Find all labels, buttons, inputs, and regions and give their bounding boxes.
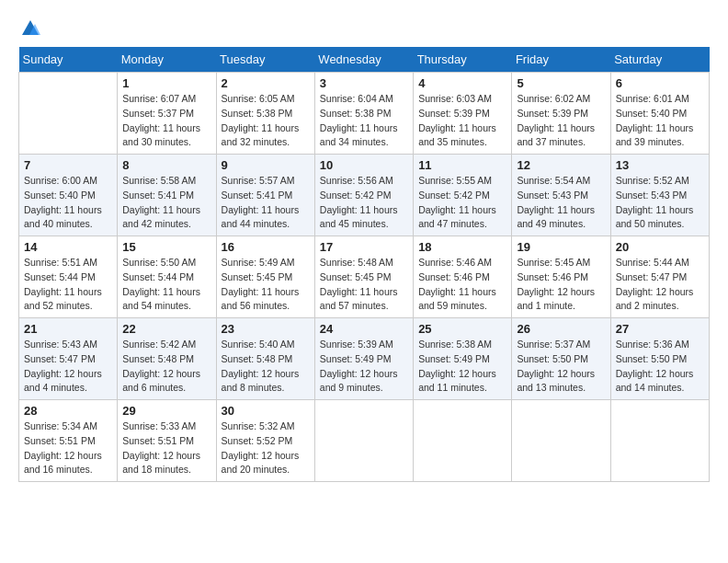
- day-info: Sunrise: 5:57 AMSunset: 5:41 PMDaylight:…: [222, 174, 310, 232]
- day-number: 1: [122, 76, 210, 90]
- day-number: 15: [122, 240, 210, 254]
- day-info: Sunrise: 5:44 AMSunset: 5:47 PMDaylight:…: [616, 256, 704, 314]
- day-cell: 11Sunrise: 5:55 AMSunset: 5:42 PMDayligh…: [414, 155, 512, 236]
- day-cell: [610, 400, 709, 482]
- day-info: Sunrise: 5:56 AMSunset: 5:42 PMDaylight:…: [320, 174, 408, 232]
- day-info: Sunrise: 5:45 AMSunset: 5:46 PMDaylight:…: [517, 256, 605, 314]
- day-info: Sunrise: 6:07 AMSunset: 5:37 PMDaylight:…: [122, 92, 210, 150]
- day-number: 7: [24, 158, 112, 172]
- day-info: Sunrise: 6:02 AMSunset: 5:39 PMDaylight:…: [517, 92, 605, 150]
- day-cell: 8Sunrise: 5:58 AMSunset: 5:41 PMDaylight…: [118, 155, 216, 236]
- day-cell: 7Sunrise: 6:00 AMSunset: 5:40 PMDaylight…: [19, 155, 118, 236]
- day-cell: 22Sunrise: 5:42 AMSunset: 5:48 PMDayligh…: [118, 318, 216, 400]
- day-info: Sunrise: 6:05 AMSunset: 5:38 PMDaylight:…: [222, 92, 310, 150]
- day-cell: 27Sunrise: 5:36 AMSunset: 5:50 PMDayligh…: [610, 318, 709, 400]
- day-header-friday: Friday: [512, 47, 610, 73]
- day-cell: 15Sunrise: 5:50 AMSunset: 5:44 PMDayligh…: [118, 236, 216, 318]
- day-cell: 19Sunrise: 5:45 AMSunset: 5:46 PMDayligh…: [512, 236, 610, 318]
- day-header-saturday: Saturday: [610, 47, 709, 73]
- day-info: Sunrise: 5:52 AMSunset: 5:43 PMDaylight:…: [616, 174, 704, 232]
- day-info: Sunrise: 5:38 AMSunset: 5:49 PMDaylight:…: [418, 338, 506, 396]
- day-number: 28: [24, 404, 112, 418]
- day-cell: 2Sunrise: 6:05 AMSunset: 5:38 PMDaylight…: [216, 73, 314, 155]
- day-header-tuesday: Tuesday: [216, 47, 314, 73]
- day-number: 19: [517, 240, 605, 254]
- day-info: Sunrise: 5:37 AMSunset: 5:50 PMDaylight:…: [517, 338, 605, 396]
- day-cell: [414, 400, 512, 482]
- day-cell: 28Sunrise: 5:34 AMSunset: 5:51 PMDayligh…: [19, 400, 118, 482]
- page-header: [18, 18, 710, 43]
- week-row-1: 1Sunrise: 6:07 AMSunset: 5:37 PMDaylight…: [19, 73, 710, 155]
- day-number: 29: [122, 404, 210, 418]
- day-number: 17: [320, 240, 408, 254]
- day-cell: 23Sunrise: 5:40 AMSunset: 5:48 PMDayligh…: [216, 318, 314, 400]
- day-info: Sunrise: 6:04 AMSunset: 5:38 PMDaylight:…: [320, 92, 408, 150]
- day-header-monday: Monday: [118, 47, 216, 73]
- day-number: 11: [418, 158, 506, 172]
- logo-icon: [20, 18, 40, 39]
- day-cell: [314, 400, 413, 482]
- day-number: 8: [122, 158, 210, 172]
- day-number: 4: [418, 76, 506, 90]
- day-cell: 20Sunrise: 5:44 AMSunset: 5:47 PMDayligh…: [610, 236, 709, 318]
- day-info: Sunrise: 5:54 AMSunset: 5:43 PMDaylight:…: [517, 174, 605, 232]
- day-info: Sunrise: 5:58 AMSunset: 5:41 PMDaylight:…: [122, 174, 210, 232]
- day-cell: [19, 73, 118, 155]
- day-number: 5: [517, 76, 605, 90]
- day-number: 30: [222, 404, 310, 418]
- day-cell: 18Sunrise: 5:46 AMSunset: 5:46 PMDayligh…: [414, 236, 512, 318]
- day-header-sunday: Sunday: [19, 47, 118, 73]
- day-cell: 30Sunrise: 5:32 AMSunset: 5:52 PMDayligh…: [216, 400, 314, 482]
- day-cell: 13Sunrise: 5:52 AMSunset: 5:43 PMDayligh…: [610, 155, 709, 236]
- day-info: Sunrise: 5:51 AMSunset: 5:44 PMDaylight:…: [24, 256, 112, 314]
- week-row-3: 14Sunrise: 5:51 AMSunset: 5:44 PMDayligh…: [19, 236, 710, 318]
- day-cell: 24Sunrise: 5:39 AMSunset: 5:49 PMDayligh…: [314, 318, 413, 400]
- day-cell: 26Sunrise: 5:37 AMSunset: 5:50 PMDayligh…: [512, 318, 610, 400]
- day-cell: 10Sunrise: 5:56 AMSunset: 5:42 PMDayligh…: [314, 155, 413, 236]
- day-info: Sunrise: 6:03 AMSunset: 5:39 PMDaylight:…: [418, 92, 506, 150]
- day-cell: 6Sunrise: 6:01 AMSunset: 5:40 PMDaylight…: [610, 73, 709, 155]
- day-info: Sunrise: 5:46 AMSunset: 5:46 PMDaylight:…: [418, 256, 506, 314]
- day-number: 10: [320, 158, 408, 172]
- day-cell: 3Sunrise: 6:04 AMSunset: 5:38 PMDaylight…: [314, 73, 413, 155]
- day-cell: 16Sunrise: 5:49 AMSunset: 5:45 PMDayligh…: [216, 236, 314, 318]
- day-cell: 4Sunrise: 6:03 AMSunset: 5:39 PMDaylight…: [414, 73, 512, 155]
- day-number: 12: [517, 158, 605, 172]
- day-info: Sunrise: 5:49 AMSunset: 5:45 PMDaylight:…: [222, 256, 310, 314]
- day-info: Sunrise: 6:01 AMSunset: 5:40 PMDaylight:…: [616, 92, 704, 150]
- day-cell: 12Sunrise: 5:54 AMSunset: 5:43 PMDayligh…: [512, 155, 610, 236]
- day-cell: 25Sunrise: 5:38 AMSunset: 5:49 PMDayligh…: [414, 318, 512, 400]
- day-number: 9: [222, 158, 310, 172]
- day-info: Sunrise: 5:33 AMSunset: 5:51 PMDaylight:…: [122, 419, 210, 477]
- day-cell: 1Sunrise: 6:07 AMSunset: 5:37 PMDaylight…: [118, 73, 216, 155]
- day-info: Sunrise: 5:32 AMSunset: 5:52 PMDaylight:…: [222, 419, 310, 477]
- day-number: 18: [418, 240, 506, 254]
- day-cell: [512, 400, 610, 482]
- day-info: Sunrise: 6:00 AMSunset: 5:40 PMDaylight:…: [24, 174, 112, 232]
- day-number: 3: [320, 76, 408, 90]
- day-number: 21: [24, 322, 112, 336]
- day-number: 26: [517, 322, 605, 336]
- day-info: Sunrise: 5:43 AMSunset: 5:47 PMDaylight:…: [24, 338, 112, 396]
- day-number: 23: [222, 322, 310, 336]
- day-cell: 9Sunrise: 5:57 AMSunset: 5:41 PMDaylight…: [216, 155, 314, 236]
- day-info: Sunrise: 5:50 AMSunset: 5:44 PMDaylight:…: [122, 256, 210, 314]
- day-info: Sunrise: 5:36 AMSunset: 5:50 PMDaylight:…: [616, 338, 704, 396]
- day-number: 14: [24, 240, 112, 254]
- day-header-wednesday: Wednesday: [314, 47, 413, 73]
- week-row-5: 28Sunrise: 5:34 AMSunset: 5:51 PMDayligh…: [19, 400, 710, 482]
- day-number: 25: [418, 322, 506, 336]
- header-row: SundayMondayTuesdayWednesdayThursdayFrid…: [19, 47, 710, 73]
- day-cell: 5Sunrise: 6:02 AMSunset: 5:39 PMDaylight…: [512, 73, 610, 155]
- week-row-2: 7Sunrise: 6:00 AMSunset: 5:40 PMDaylight…: [19, 155, 710, 236]
- day-cell: 21Sunrise: 5:43 AMSunset: 5:47 PMDayligh…: [19, 318, 118, 400]
- day-number: 20: [616, 240, 704, 254]
- day-info: Sunrise: 5:40 AMSunset: 5:48 PMDaylight:…: [222, 338, 310, 396]
- day-cell: 14Sunrise: 5:51 AMSunset: 5:44 PMDayligh…: [19, 236, 118, 318]
- day-number: 13: [616, 158, 704, 172]
- day-cell: 17Sunrise: 5:48 AMSunset: 5:45 PMDayligh…: [314, 236, 413, 318]
- day-info: Sunrise: 5:39 AMSunset: 5:49 PMDaylight:…: [320, 338, 408, 396]
- day-info: Sunrise: 5:34 AMSunset: 5:51 PMDaylight:…: [24, 419, 112, 477]
- day-info: Sunrise: 5:42 AMSunset: 5:48 PMDaylight:…: [122, 338, 210, 396]
- day-info: Sunrise: 5:55 AMSunset: 5:42 PMDaylight:…: [418, 174, 506, 232]
